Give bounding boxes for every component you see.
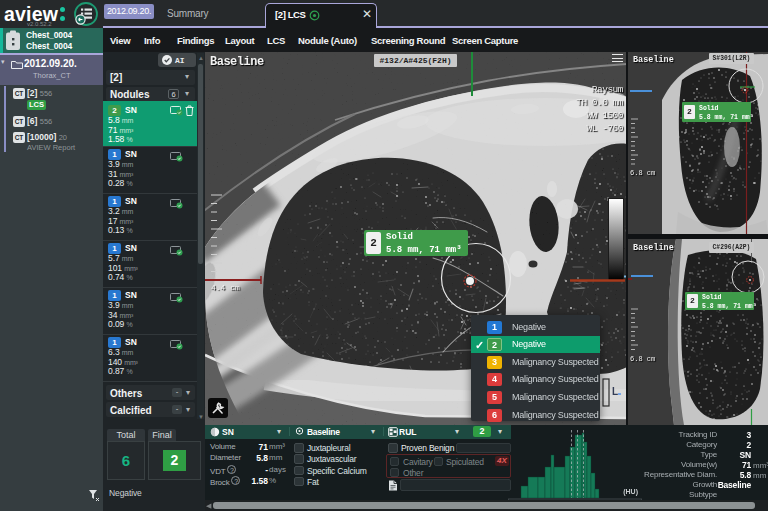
svg-text:L: L [612, 386, 618, 397]
